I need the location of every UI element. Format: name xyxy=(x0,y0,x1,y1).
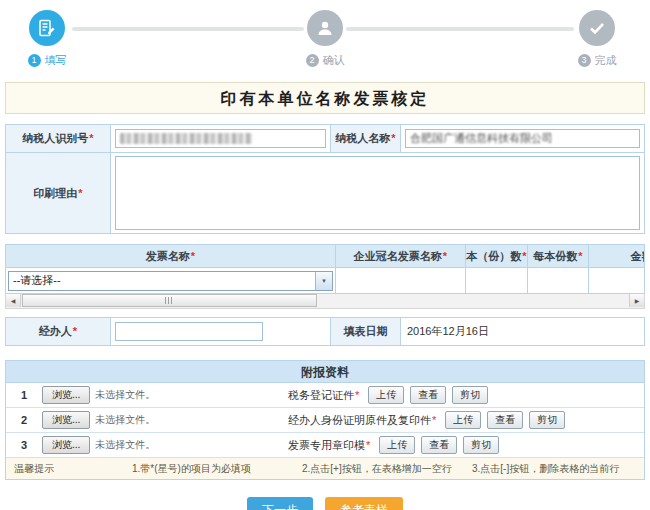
checkmark-icon xyxy=(579,10,615,46)
attachment-label: 税务登记证件* xyxy=(288,388,359,403)
step-connector xyxy=(346,27,574,31)
person-icon xyxy=(307,10,343,46)
fill-date-label: 填表日期 xyxy=(331,318,401,346)
no-file-label: 未选择文件。 xyxy=(95,438,155,452)
step-done: 3 完成 xyxy=(556,10,638,68)
attachment-row: 2 浏览... 未选择文件。 经办人身份证明原件及复印件* 上传 查看 剪切 xyxy=(6,408,644,433)
step-connector xyxy=(72,27,304,31)
scrollbar-grip xyxy=(165,297,174,304)
scroll-right-arrow-icon[interactable]: ▶ xyxy=(629,294,644,307)
tip-item: 1.带*(星号)的项目为必填项 xyxy=(132,462,302,476)
step-fill: 1 填写 xyxy=(6,10,88,68)
step-number: 3 xyxy=(578,54,591,67)
tip-item: 2.点击[+]按钮，在表格增加一空行 xyxy=(302,462,472,476)
taxpayer-name-label: 纳税人名称* xyxy=(331,125,401,153)
attachment-label: 发票专用章印模* xyxy=(288,438,370,453)
invoice-name-select[interactable]: --请选择-- ▼ xyxy=(8,271,333,291)
step-label: 完成 xyxy=(595,53,617,68)
fill-date-value: 2016年12月16日 xyxy=(405,325,489,337)
horizontal-scrollbar[interactable]: ◀ ▶ xyxy=(5,294,645,309)
handler-form: 经办人* 填表日期 2016年12月16日 xyxy=(5,317,645,346)
select-value: --请选择-- xyxy=(13,273,61,288)
upload-button[interactable]: 上传 xyxy=(368,386,404,404)
copies-per-book-cell[interactable] xyxy=(528,268,589,294)
step-number: 1 xyxy=(28,54,41,67)
upload-button[interactable]: 上传 xyxy=(379,436,415,454)
cut-button[interactable]: 剪切 xyxy=(529,411,565,429)
taxpayer-id-input[interactable] xyxy=(115,129,326,148)
next-button[interactable]: 下一步 xyxy=(247,497,313,510)
taxpayer-form: 纳税人识别号* 纳税人名称* 合肥国广通信息科技有限公司 印刷理由* xyxy=(5,124,645,234)
footer-actions: 下一步 参考表样 xyxy=(0,497,650,510)
taxpayer-name-input[interactable]: 合肥国广通信息科技有限公司 xyxy=(405,129,640,148)
step-label: 填写 xyxy=(45,53,67,68)
tips-bar: 温馨提示 1.带*(星号)的项目为必填项 2.点击[+]按钮，在表格增加一空行 … xyxy=(6,458,644,479)
handler-input[interactable] xyxy=(115,322,263,341)
cut-button[interactable]: 剪切 xyxy=(463,436,499,454)
col-amount-version: 金额版 xyxy=(589,245,646,268)
chevron-down-icon[interactable]: ▼ xyxy=(315,272,332,290)
no-file-label: 未选择文件。 xyxy=(95,413,155,427)
edit-document-icon xyxy=(29,10,65,46)
tip-item: 3.点击[-]按钮，删除表格的当前行 xyxy=(472,462,642,476)
row-index: 3 xyxy=(6,439,42,451)
step-label: 确认 xyxy=(323,53,345,68)
row-index: 2 xyxy=(6,414,42,426)
view-button[interactable]: 查看 xyxy=(487,411,523,429)
col-book-count: 本（份）数* xyxy=(466,245,528,268)
attachments-section: 附报资料 1 浏览... 未选择文件。 税务登记证件* 上传 查看 剪切 2 浏… xyxy=(5,360,645,480)
col-titled-invoice-name: 企业冠名发票名称* xyxy=(336,245,466,268)
attachments-title: 附报资料 xyxy=(6,361,644,383)
col-invoice-name: 发票名称* xyxy=(6,245,336,268)
col-copies-per-book: 每本份数* xyxy=(528,245,589,268)
no-file-label: 未选择文件。 xyxy=(95,388,155,402)
attachment-row: 3 浏览... 未选择文件。 发票专用章印模* 上传 查看 剪切 xyxy=(6,433,644,458)
amount-version-cell[interactable] xyxy=(589,268,646,294)
upload-button[interactable]: 上传 xyxy=(445,411,481,429)
scrollbar-thumb[interactable] xyxy=(22,294,317,307)
tips-title: 温馨提示 xyxy=(14,462,132,476)
print-reason-label: 印刷理由* xyxy=(6,153,111,234)
view-button[interactable]: 查看 xyxy=(421,436,457,454)
browse-button[interactable]: 浏览... xyxy=(42,436,90,454)
stepper: 1 填写 2 确认 3 完成 xyxy=(0,0,650,76)
view-button[interactable]: 查看 xyxy=(410,386,446,404)
titled-invoice-name-cell[interactable] xyxy=(336,268,466,294)
print-reason-textarea[interactable] xyxy=(115,156,640,230)
sample-button[interactable]: 参考表样 xyxy=(325,497,403,510)
taxpayer-id-label: 纳税人识别号* xyxy=(6,125,111,153)
attachment-label: 经办人身份证明原件及复印件* xyxy=(288,413,436,428)
invoice-table: 发票名称* 企业冠名发票名称* 本（份）数* 每本份数* 金额版 --请选择--… xyxy=(5,244,645,294)
cut-button[interactable]: 剪切 xyxy=(452,386,488,404)
step-number: 2 xyxy=(306,54,319,67)
browse-button[interactable]: 浏览... xyxy=(42,411,90,429)
row-index: 1 xyxy=(6,389,42,401)
handler-label: 经办人* xyxy=(6,318,111,346)
page-title-text: 印有本单位名称发票核定 xyxy=(221,90,430,107)
page-title: 印有本单位名称发票核定 xyxy=(5,82,645,114)
redacted-value xyxy=(120,133,252,144)
browse-button[interactable]: 浏览... xyxy=(42,386,90,404)
scroll-left-arrow-icon[interactable]: ◀ xyxy=(6,294,21,307)
book-count-cell[interactable] xyxy=(466,268,528,294)
step-confirm: 2 确认 xyxy=(284,10,366,68)
attachment-row: 1 浏览... 未选择文件。 税务登记证件* 上传 查看 剪切 xyxy=(6,383,644,408)
taxpayer-name-value: 合肥国广通信息科技有限公司 xyxy=(410,131,553,146)
